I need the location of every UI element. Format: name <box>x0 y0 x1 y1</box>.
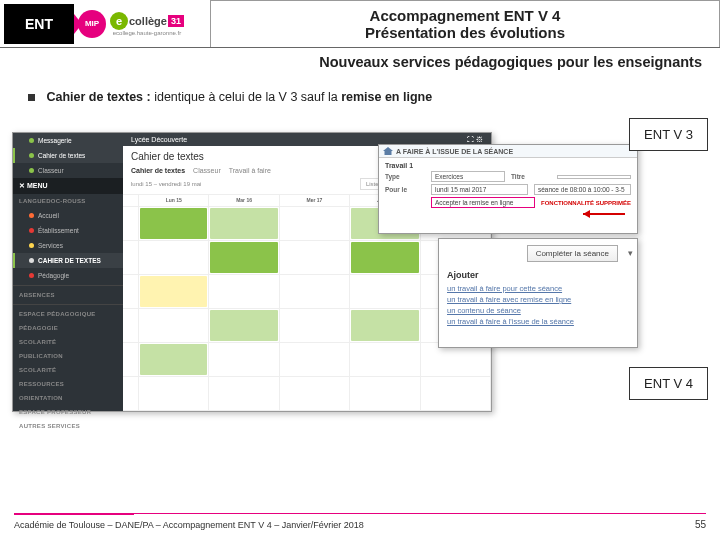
logo-subtext: ecollege.haute-garonne.fr <box>113 30 181 36</box>
v3-menu-item[interactable]: un travail à faire avec remise en ligne <box>447 295 629 304</box>
logo-college-text: collège <box>129 15 167 27</box>
dot-icon <box>29 213 34 218</box>
page-number: 55 <box>695 519 706 530</box>
v4-side-cahier[interactable]: Cahier de textes <box>13 148 123 163</box>
v3-menu-list: un travail à faire pour cette séance un … <box>439 284 637 326</box>
label-ent-v3: ENT V 3 <box>629 118 708 151</box>
slide-footer: Académie de Toulouse – DANE/PA – Accompa… <box>0 519 720 530</box>
sep <box>13 304 123 305</box>
logo-mip: MIP <box>78 10 106 38</box>
lbl: Services <box>38 242 63 249</box>
v4-bar-icons[interactable]: ⛶ ⚙ <box>467 136 483 143</box>
fld-remise-highlight[interactable]: Accepter la remise en ligne <box>431 197 535 208</box>
cal-event[interactable] <box>210 310 277 341</box>
v4-side-serv[interactable]: Services <box>13 238 123 253</box>
fld-titre[interactable] <box>557 175 631 179</box>
slide-subtitle: Nouveaux services pédagogiques pour les … <box>0 48 720 70</box>
body-text: identique à celui de la V 3 sauf la <box>154 90 341 104</box>
cal-event[interactable] <box>351 310 418 341</box>
fld-type[interactable]: Exercices <box>431 171 505 182</box>
v3-menu-item[interactable]: un travail à faire à l'issue de la séanc… <box>447 317 629 326</box>
v3-form-body: Travail 1 Type Exercices Titre Pour le l… <box>379 158 637 213</box>
cal-event[interactable] <box>210 242 277 273</box>
logo-31-badge: 31 <box>168 15 184 27</box>
body-emph: remise en ligne <box>341 90 432 104</box>
v3-menu-heading: Ajouter <box>439 268 637 282</box>
v4-side-classeur[interactable]: Classeur <box>13 163 123 178</box>
lbl: Établissement <box>38 227 79 234</box>
dayh: Mer 17 <box>280 195 350 207</box>
v4-sidebar: Messagerie Cahier de textes Classeur ✕ M… <box>13 133 123 411</box>
square-icon <box>29 153 34 158</box>
logo-ecollege: e collège 31 ecollege.haute-garonne.fr <box>110 12 184 36</box>
v4-cat: LANGUEDOC-ROUSS <box>13 194 123 208</box>
v3-form-header-text: A FAIRE À L'ISSUE DE LA SÉANCE <box>396 148 513 155</box>
logo-block: ENT MIP e collège 31 ecollege.haute-garo… <box>0 0 210 47</box>
home-icon <box>383 147 393 155</box>
v4-cat-2[interactable]: SCOLARITÉ <box>13 335 123 349</box>
slide-title: Accompagnement ENT V 4 Présentation des … <box>210 0 720 47</box>
cal-event[interactable] <box>140 344 207 375</box>
removed-label: FONCTIONNALITÉ SUPPRIMÉE <box>541 200 631 206</box>
v3-menu-item[interactable]: un travail à faire pour cette séance <box>447 284 629 293</box>
cal-event[interactable] <box>140 208 207 239</box>
label-ent-v4: ENT V 4 <box>629 367 708 400</box>
v4-cat-5[interactable]: RESSOURCES <box>13 377 123 391</box>
fld-pour[interactable]: lundi 15 mai 2017 <box>431 184 528 195</box>
v4-cat-8[interactable]: AUTRES SERVICES <box>13 419 123 433</box>
lbl: Accueil <box>38 212 59 219</box>
v4-menu-toggle[interactable]: ✕ MENU <box>13 178 123 194</box>
chevron-down-icon[interactable]: ▾ <box>624 248 637 258</box>
v4-side-cdt[interactable]: CAHIER DE TEXTES <box>13 253 123 268</box>
dayh: Lun 15 <box>139 195 209 207</box>
slide-header: ENT MIP e collège 31 ecollege.haute-garo… <box>0 0 720 48</box>
fld-de[interactable]: séance de 08:00 à 10:00 - 3-5 <box>534 184 631 195</box>
v4-side-accueil[interactable]: Accueil <box>13 208 123 223</box>
dot-icon <box>29 228 34 233</box>
v4-cat-a[interactable]: ABSENCES <box>13 288 123 302</box>
v3-menu-item[interactable]: un contenu de séance <box>447 306 629 315</box>
bullet-icon <box>28 94 35 101</box>
footer-accent <box>14 513 134 515</box>
body-label: Cahier de textes : <box>46 90 150 104</box>
dot-icon <box>29 258 34 263</box>
logo-e-icon: e <box>110 12 128 30</box>
sep <box>13 285 123 286</box>
logo-ent: ENT <box>4 4 74 44</box>
dayh: Mar 16 <box>209 195 279 207</box>
v4-tab-travail[interactable]: Travail à faire <box>229 167 271 174</box>
v4-tab-cdt[interactable]: Cahier de textes <box>131 167 185 174</box>
title-line-2: Présentation des évolutions <box>365 24 565 41</box>
lbl: Messagerie <box>38 137 72 144</box>
lbl: Classeur <box>38 167 64 174</box>
v4-tab-classeur[interactable]: Classeur <box>193 167 221 174</box>
screenshot-v3-form: A FAIRE À L'ISSUE DE LA SÉANCE Travail 1… <box>378 144 638 234</box>
footer-text: Académie de Toulouse – DANE/PA – Accompa… <box>14 520 364 530</box>
v4-side-peda[interactable]: Pédagogie <box>13 268 123 283</box>
v4-cat-0[interactable]: ESPACE PÉDAGOGIQUE <box>13 307 123 321</box>
v3-section: Travail 1 <box>385 162 631 169</box>
v4-cat-4[interactable]: SCOLARITÉ <box>13 363 123 377</box>
v4-cat-1[interactable]: PÉDAGOGIE <box>13 321 123 335</box>
lbl: Pédagogie <box>38 272 69 279</box>
cal-event[interactable] <box>140 276 207 307</box>
screenshot-v3-menu: Compléter la séance▾ Ajouter un travail … <box>438 238 638 348</box>
v4-cat-6[interactable]: ORIENTATION <box>13 391 123 405</box>
cal-event[interactable] <box>351 242 418 273</box>
v3-complete-button[interactable]: Compléter la séance <box>527 245 618 262</box>
lbl: Cahier de textes <box>38 152 85 159</box>
title-line-1: Accompagnement ENT V 4 <box>370 7 561 24</box>
illustration-area: ENT V 3 ENT V 4 Messagerie Cahier de tex… <box>12 120 708 420</box>
v3-form-header: A FAIRE À L'ISSUE DE LA SÉANCE <box>379 145 637 158</box>
dot-icon <box>29 273 34 278</box>
v4-cat-3[interactable]: PUBLICATION <box>13 349 123 363</box>
arrow-removed-icon <box>583 210 633 218</box>
v4-side-messagerie[interactable]: Messagerie <box>13 133 123 148</box>
lbl-titre: Titre <box>511 173 551 180</box>
body-bullet: Cahier de textes : identique à celui de … <box>0 70 720 114</box>
square-icon <box>29 138 34 143</box>
v4-cat-7[interactable]: ESPACE PROFESSEUR <box>13 405 123 419</box>
v4-date-range: lundi 15 – vendredi 19 mai <box>131 181 201 187</box>
cal-event[interactable] <box>210 208 277 239</box>
v4-side-etab[interactable]: Établissement <box>13 223 123 238</box>
